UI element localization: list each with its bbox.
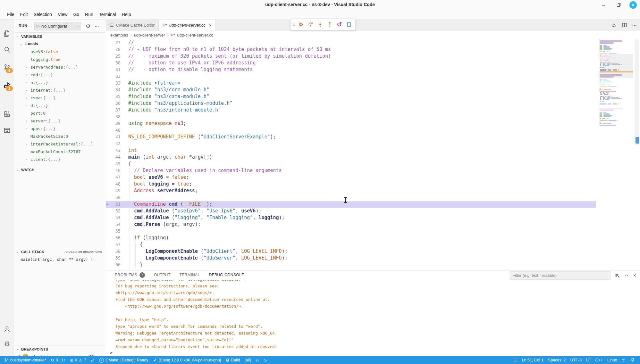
- menu-terminal[interactable]: Terminal: [96, 10, 119, 19]
- desktop-download-icon[interactable]: [611, 22, 617, 28]
- code-line-53[interactable]: 53 cmd.AddValue ("logging", "Enable logg…: [106, 214, 596, 221]
- status-item-feedback-icon[interactable]: [619, 356, 628, 364]
- variable-useV6[interactable]: useV6: false: [14, 48, 106, 55]
- code-line-29[interactable]: 29// - maximum of 320 packets sent (or l…: [106, 53, 596, 60]
- variable-apps[interactable]: ›apps: {...}: [14, 125, 106, 132]
- console-prompt[interactable]: >: [110, 350, 113, 355]
- code-line-56[interactable]: 56 if (logging): [106, 235, 596, 241]
- step-out-icon[interactable]: [326, 20, 334, 29]
- panel-tab-debug-console[interactable]: DEBUG CONSOLE: [209, 270, 244, 280]
- menu-edit[interactable]: Edit: [17, 10, 31, 19]
- close-icon[interactable]: ×: [629, 1, 637, 9]
- code-line-58[interactable]: 58 LogComponentEnable ("UdpClient", LOG_…: [106, 248, 596, 255]
- call-stack-section-header[interactable]: ⌄ CALL STACK PAUSED ON BREAKPOINT: [14, 248, 106, 255]
- code-line-54[interactable]: 54 cmd.Parse (argc, argv);: [106, 221, 596, 228]
- more-actions-icon[interactable]: ···: [95, 24, 99, 29]
- minimize-icon[interactable]: [600, 1, 608, 9]
- account-icon[interactable]: [0, 322, 14, 336]
- status-item-c++[interactable]: C++: [593, 356, 605, 364]
- code-line-27[interactable]: 27//: [106, 39, 596, 46]
- search-icon[interactable]: [0, 43, 14, 57]
- status-item-spaces-2[interactable]: Spaces: 2: [546, 356, 568, 364]
- panel-tab-terminal[interactable]: TERMINAL: [180, 270, 200, 280]
- breadcrumb-item[interactable]: udp-client-server: [134, 33, 165, 37]
- debug-config-dropdown[interactable]: ▷ No Configurat ⌄: [34, 22, 81, 30]
- status-item-bell-dot-icon[interactable]: [628, 356, 637, 364]
- code-line-46[interactable]: 46 // Declare variables used in command-…: [106, 167, 596, 174]
- debug-console-output[interactable]: Type "show configuration" for configurat…: [106, 280, 640, 348]
- status-item-all[interactable]: [all]: [242, 356, 253, 364]
- gear-icon[interactable]: ⚙: [0, 337, 14, 351]
- split-editor-icon[interactable]: [622, 22, 627, 28]
- variable-serverAddress[interactable]: ›serverAddress: {...}: [14, 63, 106, 71]
- code-line-32[interactable]: 32: [106, 73, 596, 80]
- clear-console-icon[interactable]: [615, 273, 620, 278]
- variable-d[interactable]: ›d: {...}: [14, 102, 106, 109]
- source-control-icon[interactable]: 6: [0, 60, 14, 74]
- code-line-60[interactable]: 60 }: [106, 261, 596, 268]
- breakpoints-section-header[interactable]: ⌄ BREAKPOINTS: [14, 345, 106, 353]
- code-line-57[interactable]: 57 {: [106, 241, 596, 248]
- status-item-lf[interactable]: LF: [584, 356, 593, 364]
- status-item-0-1[interactable]: ↻0↓ 1↑: [48, 356, 68, 364]
- code-line-38[interactable]: 38: [106, 113, 596, 120]
- code-line-39[interactable]: 39using namespace ns3;: [106, 120, 596, 127]
- code-line-40[interactable]: 40: [106, 127, 596, 134]
- continue-icon[interactable]: [297, 20, 305, 29]
- code-line-36[interactable]: 36#include "ns3/applications-module.h": [106, 100, 596, 107]
- restart-icon[interactable]: ↺: [335, 20, 344, 29]
- editor-more-actions-icon[interactable]: ···: [632, 23, 637, 28]
- variables-section-header[interactable]: ⌄ VARIABLES: [14, 32, 106, 40]
- window-icon[interactable]: [0, 123, 14, 137]
- code-line-51[interactable]: ▶51 CommandLine cmd (__FILE__);: [106, 201, 596, 208]
- code-line-30[interactable]: 30// - option to use IPv4 or IPv6 addres…: [106, 60, 596, 66]
- step-over-icon[interactable]: [307, 20, 315, 29]
- status-item-buildsystem-cmake[interactable]: buildsystem-cmake*: [2, 356, 48, 364]
- code-line-28[interactable]: 28// - UDP flow from n0 to n1 of 1024 by…: [106, 46, 596, 53]
- panel-tab-problems[interactable]: PROBLEMS7: [115, 270, 145, 280]
- extensions-icon[interactable]: [0, 107, 14, 121]
- scrollbar-slider[interactable]: [635, 39, 639, 145]
- code-line-43[interactable]: 43int: [106, 147, 596, 154]
- breadcrumb[interactable]: examples›udp-client-server›C⁺udp-client-…: [106, 31, 640, 39]
- code-line-31[interactable]: 31// - option to disable logging stateme…: [106, 66, 596, 73]
- menu-run[interactable]: Run: [82, 10, 96, 19]
- maximize-icon[interactable]: [615, 1, 622, 9]
- config-gear-icon[interactable]: ⚙: [86, 23, 90, 29]
- start-debug-icon[interactable]: ▷: [37, 24, 39, 28]
- variable-internet[interactable]: ›internet: {...}: [14, 86, 106, 94]
- code-line-44[interactable]: 44main (int argc, char *argv[]): [106, 154, 596, 161]
- code-line-33[interactable]: 33#include <fstream>: [106, 80, 596, 87]
- menu-go[interactable]: Go: [70, 10, 82, 19]
- status-item-cmake-debug-ready[interactable]: iCMake: [Debug]: Ready: [97, 356, 150, 364]
- status-item-linux[interactable]: Linux: [605, 356, 619, 364]
- status-item-clang-12-0-0-x86-64-pc-linux-gnu[interactable]: [Clang 12.0.0 x86_64-pc-linux-gnu]: [151, 356, 223, 364]
- variable-maxPacketCount[interactable]: maxPacketCount: 32767: [14, 148, 106, 155]
- breadcrumb-item[interactable]: examples: [110, 33, 128, 37]
- minimap[interactable]: [600, 39, 633, 127]
- code-line-48[interactable]: 48 bool logging = true;: [106, 181, 596, 187]
- status-item-bug-icon[interactable]: [253, 356, 262, 364]
- variable-client[interactable]: ›client: {...}: [14, 155, 106, 163]
- drag-grip-icon[interactable]: ⠿: [292, 22, 295, 27]
- watch-section-header[interactable]: ⌄ WATCH: [14, 166, 106, 173]
- stack-frame[interactable]: main(int argc, char ** argv) u...: [14, 255, 106, 263]
- menu-file[interactable]: File: [4, 10, 17, 19]
- code-line-49[interactable]: 49 Address serverAddress;: [106, 187, 596, 194]
- scope-locals[interactable]: ⌄ Locals: [14, 40, 106, 48]
- status-item-ln-51-col-1[interactable]: Ln 51, Col 1: [519, 356, 545, 364]
- status-item-0[interactable]: ⊘0⚠7: [68, 356, 88, 364]
- variable-interPacketInterval[interactable]: ›interPacketInterval: {...}: [14, 140, 106, 148]
- collapse-panel-icon[interactable]: [624, 273, 629, 278]
- variable-MaxPacketSize[interactable]: MaxPacketSize: 0: [14, 132, 106, 140]
- variable-cmd[interactable]: ›cmd: {...}: [14, 71, 106, 79]
- tab-cmake-cache-editor[interactable]: CMake Cache Editor: [106, 20, 159, 31]
- menu-help[interactable]: Help: [119, 10, 134, 19]
- status-item-vm-icon[interactable]: [511, 356, 519, 364]
- menu-selection[interactable]: Selection: [31, 10, 55, 19]
- code-line-34[interactable]: 34#include "ns3/core-module.h": [106, 87, 596, 93]
- breadcrumb-item[interactable]: udp-client-server.cc: [177, 33, 213, 37]
- variable-port[interactable]: port: 0: [14, 109, 106, 117]
- run-debug-icon[interactable]: 1: [0, 78, 14, 92]
- tab-close-icon[interactable]: ×: [209, 23, 212, 28]
